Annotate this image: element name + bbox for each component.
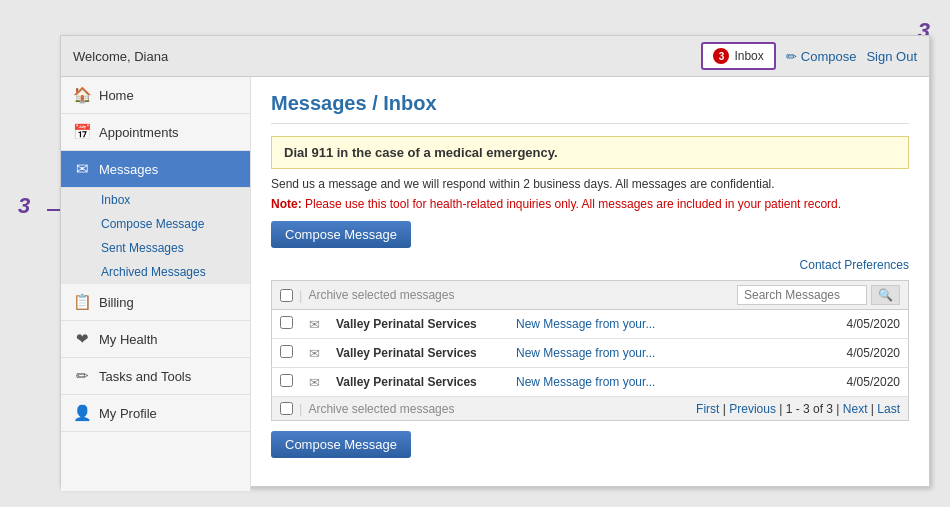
footer-archive-link[interactable]: Archive selected messages	[308, 402, 454, 416]
date-2: 4/05/2020	[784, 339, 908, 368]
sidebar-item-messages[interactable]: ✉ Messages	[61, 151, 250, 188]
table-row: ✉ Valley Perinatal Services New Message …	[272, 339, 909, 368]
appointments-icon: 📅	[73, 123, 91, 141]
sub-item-archived[interactable]: Archived Messages	[61, 260, 250, 284]
message-icon-3: ✉	[309, 375, 320, 390]
note-label: Note:	[271, 197, 302, 211]
top-nav: 3 Inbox ✏ Compose Sign Out	[701, 42, 917, 70]
tasks-icon: ✏	[73, 367, 91, 385]
note-text: Note: Please use this tool for health-re…	[271, 197, 909, 211]
info-text: Send us a message and we will respond wi…	[271, 177, 909, 191]
main-content: Messages / Inbox Dial 911 in the case of…	[251, 77, 929, 491]
home-icon: 🏠	[73, 86, 91, 104]
alert-text: Dial 911 in the case of a medical emerge…	[284, 145, 558, 160]
footer-checkbox[interactable]	[280, 402, 293, 415]
sidebar-item-messages-label: Messages	[99, 162, 158, 177]
sidebar-item-my-health[interactable]: ❤ My Health	[61, 321, 250, 358]
sidebar-item-home[interactable]: 🏠 Home	[61, 77, 250, 114]
sender-2: Valley Perinatal Services	[328, 339, 508, 368]
message-icon-1: ✉	[309, 317, 320, 332]
signout-link[interactable]: Sign Out	[866, 49, 917, 64]
sub-item-inbox[interactable]: Inbox	[61, 188, 250, 212]
search-button[interactable]: 🔍	[871, 285, 900, 305]
message-icon-2: ✉	[309, 346, 320, 361]
inbox-label: Inbox	[734, 49, 763, 63]
page-title: Messages / Inbox	[271, 92, 909, 124]
message-toolbar: | Archive selected messages 🔍	[271, 280, 909, 310]
main-container: Welcome, Diana 3 Inbox ✏ Compose Sign Ou…	[60, 35, 930, 487]
sidebar-item-home-label: Home	[99, 88, 134, 103]
sidebar-item-appointments[interactable]: 📅 Appointments	[61, 114, 250, 151]
sidebar-item-tasks-tools[interactable]: ✏ Tasks and Tools	[61, 358, 250, 395]
row-checkbox-1[interactable]	[280, 316, 293, 329]
sidebar-item-billing[interactable]: 📋 Billing	[61, 284, 250, 321]
sidebar-item-appointments-label: Appointments	[99, 125, 179, 140]
billing-icon: 📋	[73, 293, 91, 311]
inbox-button[interactable]: 3 Inbox	[701, 42, 775, 70]
footer-left: | Archive selected messages	[280, 401, 454, 416]
subject-3[interactable]: New Message from your...	[508, 368, 784, 397]
sub-item-sent[interactable]: Sent Messages	[61, 236, 250, 260]
annotation-number-left: 3	[18, 193, 30, 219]
search-input[interactable]	[737, 285, 867, 305]
subject-2[interactable]: New Message from your...	[508, 339, 784, 368]
archive-selected-link[interactable]: Archive selected messages	[308, 288, 454, 302]
table-row: ✉ Valley Perinatal Services New Message …	[272, 310, 909, 339]
sidebar-item-billing-label: Billing	[99, 295, 134, 310]
compose-icon: ✏	[786, 49, 797, 64]
compose-button-bottom[interactable]: Compose Message	[271, 431, 411, 458]
message-table: ✉ Valley Perinatal Services New Message …	[271, 310, 909, 397]
message-footer: | Archive selected messages First | Prev…	[271, 397, 909, 421]
my-health-icon: ❤	[73, 330, 91, 348]
sender-1: Valley Perinatal Services	[328, 310, 508, 339]
compose-link[interactable]: ✏ Compose	[786, 49, 857, 64]
date-1: 4/05/2020	[784, 310, 908, 339]
top-bar: Welcome, Diana 3 Inbox ✏ Compose Sign Ou…	[61, 36, 929, 77]
contact-preferences-link[interactable]: Contact Preferences	[271, 258, 909, 272]
sidebar-item-my-health-label: My Health	[99, 332, 158, 347]
compose-button-top[interactable]: Compose Message	[271, 221, 411, 248]
sidebar-item-my-profile[interactable]: 👤 My Profile	[61, 395, 250, 432]
sender-3: Valley Perinatal Services	[328, 368, 508, 397]
pagination-previous[interactable]: Previous	[729, 402, 776, 416]
messages-sub-items: Inbox Compose Message Sent Messages Arch…	[61, 188, 250, 284]
date-3: 4/05/2020	[784, 368, 908, 397]
row-checkbox-3[interactable]	[280, 374, 293, 387]
select-all-checkbox[interactable]	[280, 289, 293, 302]
search-area: 🔍	[737, 285, 900, 305]
pagination-last[interactable]: Last	[877, 402, 900, 416]
pagination-first[interactable]: First	[696, 402, 719, 416]
row-checkbox-2[interactable]	[280, 345, 293, 358]
content-area: 🏠 Home 📅 Appointments ✉ Messages Inbox C…	[61, 77, 929, 491]
subject-1[interactable]: New Message from your...	[508, 310, 784, 339]
inbox-badge: 3	[713, 48, 729, 64]
pagination: First | Previous | 1 - 3 of 3 | Next | L…	[696, 402, 900, 416]
table-row: ✉ Valley Perinatal Services New Message …	[272, 368, 909, 397]
sidebar-item-my-profile-label: My Profile	[99, 406, 157, 421]
alert-box: Dial 911 in the case of a medical emerge…	[271, 136, 909, 169]
messages-icon: ✉	[73, 160, 91, 178]
sidebar-item-tasks-label: Tasks and Tools	[99, 369, 191, 384]
welcome-text: Welcome, Diana	[73, 49, 168, 64]
toolbar-left: | Archive selected messages	[280, 288, 454, 303]
note-body: Please use this tool for health-related …	[305, 197, 841, 211]
sub-item-compose[interactable]: Compose Message	[61, 212, 250, 236]
sidebar: 🏠 Home 📅 Appointments ✉ Messages Inbox C…	[61, 77, 251, 491]
my-profile-icon: 👤	[73, 404, 91, 422]
pagination-next[interactable]: Next	[843, 402, 868, 416]
compose-link-label: Compose	[801, 49, 857, 64]
